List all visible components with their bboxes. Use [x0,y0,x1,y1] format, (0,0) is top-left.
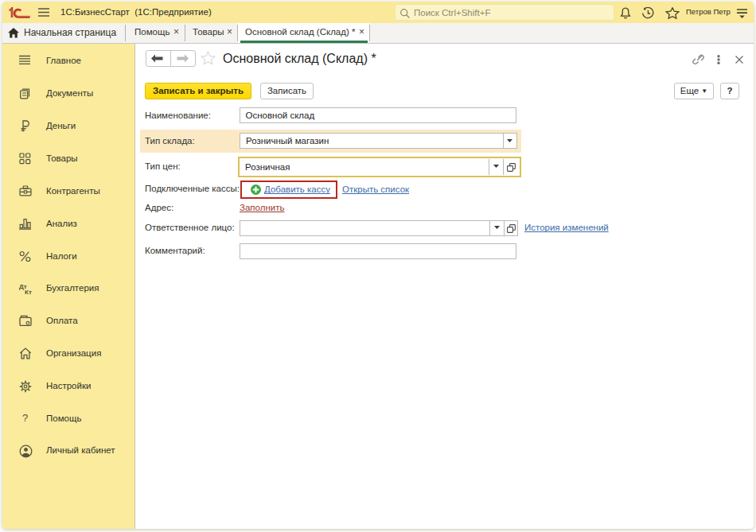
svg-text:Кт: Кт [25,289,32,295]
